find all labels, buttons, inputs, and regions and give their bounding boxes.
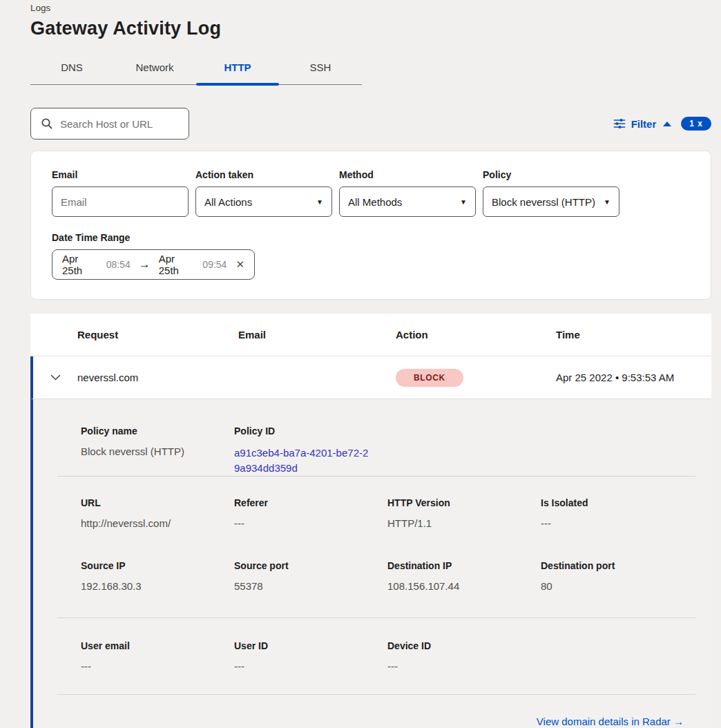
device-id-label: Device ID [387, 640, 541, 651]
policy-value: Block neverssl (HTTP) [492, 196, 595, 208]
method-value: All Methods [348, 196, 402, 208]
search-icon [41, 117, 53, 130]
col-header-time: Time [556, 329, 711, 341]
chevron-down-icon [50, 374, 61, 381]
date-time-range-field[interactable]: Apr 25th 08:54 → Apr 25th 09:54 ✕ [52, 249, 255, 280]
filter-fields-row: Email Action taken All Actions ▼ Method … [52, 169, 690, 217]
search-input[interactable] [60, 118, 180, 130]
http-version-label: HTTP Version [387, 497, 541, 508]
user-row-spacer [541, 640, 695, 672]
destination-port-group: Destination port 80 [541, 560, 695, 592]
email-filter-field[interactable] [52, 186, 189, 217]
tab-dns[interactable]: DNS [30, 55, 113, 84]
url-label: URL [81, 497, 234, 508]
clear-date-range-icon[interactable]: ✕ [235, 258, 244, 271]
row-request[interactable]: neverssl.com [77, 372, 238, 383]
policy-name-group: Policy name Block neverssl (HTTP) [81, 425, 234, 476]
date-time-range-label: Date Time Range [52, 232, 690, 243]
search-box[interactable] [30, 108, 189, 140]
end-date[interactable]: Apr 25th [159, 253, 197, 276]
user-id-label: User ID [234, 640, 387, 651]
filter-toggle[interactable]: Filter 1 x [613, 117, 711, 131]
user-email-group: User email --- [81, 640, 234, 672]
source-port-value: 55378 [234, 580, 387, 592]
policy-id-link[interactable]: a91c3eb4-ba7a-4201-be72-29a934dd359d [234, 446, 369, 476]
policy-id-label: Policy ID [234, 425, 695, 437]
col-header-action: Action [396, 329, 556, 341]
chevron-down-icon: ▼ [604, 198, 611, 206]
filter-count-badge[interactable]: 1 x [681, 117, 711, 131]
source-ip-value: 192.168.30.3 [81, 580, 234, 592]
action-taken-select[interactable]: All Actions ▼ [195, 186, 332, 217]
toolbar: Filter 1 x [30, 108, 711, 140]
source-ip-label: Source IP [81, 560, 234, 571]
page-title: Gateway Activity Log [30, 18, 721, 39]
col-header-request: Request [77, 329, 238, 341]
table-row[interactable]: neverssl.com BLOCK Apr 25 2022 • 9:53:53… [30, 356, 711, 399]
filter-panel: Email Action taken All Actions ▼ Method … [30, 151, 711, 300]
tab-http[interactable]: HTTP [196, 55, 279, 84]
policy-name-value: Block neverssl (HTTP) [81, 446, 234, 457]
row-details-panel: Policy name Block neverssl (HTTP) Policy… [30, 399, 711, 728]
device-id-value: --- [387, 660, 541, 672]
destination-port-label: Destination port [541, 560, 695, 571]
user-id-group: User ID --- [234, 640, 387, 672]
filter-method-group: Method All Methods ▼ [339, 169, 476, 217]
referer-value: --- [234, 517, 387, 529]
policy-id-group: Policy ID a91c3eb4-ba7a-4201-be72-29a934… [234, 425, 695, 476]
row-time: Apr 25 2022 • 9:53:53 AM [556, 372, 711, 383]
method-label: Method [339, 169, 476, 180]
action-taken-label: Action taken [195, 169, 332, 180]
policy-section: Policy name Block neverssl (HTTP) Policy… [81, 399, 695, 476]
chevron-down-icon: ▼ [460, 198, 467, 206]
filter-sliders-icon [613, 117, 626, 130]
radar-link-row: View domain details in Radar → [33, 695, 695, 728]
method-select[interactable]: All Methods ▼ [339, 186, 476, 217]
start-time[interactable]: 08:54 [106, 259, 131, 270]
policy-name-label: Policy name [81, 425, 234, 437]
user-email-label: User email [81, 640, 234, 651]
log-type-tabs: DNS Network HTTP SSH [30, 55, 362, 85]
user-detail-row: User email --- User ID --- Device ID --- [81, 640, 695, 672]
referer-group: Referer --- [234, 497, 387, 529]
breadcrumb[interactable]: Logs [30, 3, 721, 13]
user-email-value: --- [81, 660, 234, 672]
filter-label[interactable]: Filter [631, 118, 657, 130]
filter-email-group: Email [52, 169, 189, 217]
gateway-activity-log-page: Logs Gateway Activity Log DNS Network HT… [0, 3, 721, 728]
policy-select[interactable]: Block neverssl (HTTP) ▼ [483, 186, 619, 217]
row-action: BLOCK [396, 369, 556, 387]
ip-detail-row: Source IP 192.168.30.3 Source port 55378… [81, 560, 695, 592]
chevron-down-icon: ▼ [316, 198, 323, 206]
end-time[interactable]: 09:54 [202, 259, 227, 270]
destination-port-value: 80 [541, 580, 695, 592]
source-ip-group: Source IP 192.168.30.3 [81, 560, 234, 592]
tab-network[interactable]: Network [113, 55, 196, 84]
tab-ssh[interactable]: SSH [279, 55, 362, 84]
page-header: Logs Gateway Activity Log [30, 3, 721, 39]
source-port-group: Source port 55378 [234, 560, 387, 592]
email-filter-input[interactable] [61, 196, 180, 208]
http-version-group: HTTP Version HTTP/1.1 [387, 497, 541, 529]
row-expand-toggle[interactable] [50, 374, 77, 381]
start-date[interactable]: Apr 25th [62, 253, 100, 276]
user-id-value: --- [234, 660, 387, 672]
action-taken-value: All Actions [204, 196, 252, 208]
block-status-badge: BLOCK [396, 369, 463, 387]
caret-up-icon [663, 122, 671, 126]
policy-label: Policy [483, 169, 619, 180]
http-version-value: HTTP/1.1 [387, 517, 541, 529]
col-header-email: Email [238, 329, 396, 341]
destination-ip-label: Destination IP [387, 560, 541, 571]
source-port-label: Source port [234, 560, 387, 571]
is-isolated-group: Is Isolated --- [541, 497, 695, 529]
url-detail-row: URL http://neverssl.com/ Referer --- HTT… [81, 497, 695, 529]
connection-section: URL http://neverssl.com/ Referer --- HTT… [81, 477, 695, 592]
device-id-group: Device ID --- [387, 640, 541, 672]
view-in-radar-link[interactable]: View domain details in Radar → [537, 716, 684, 727]
email-filter-label: Email [52, 169, 189, 180]
destination-ip-group: Destination IP 108.156.107.44 [387, 560, 541, 592]
is-isolated-value: --- [541, 517, 695, 529]
filter-action-group: Action taken All Actions ▼ [195, 169, 332, 217]
url-group: URL http://neverssl.com/ [81, 497, 234, 529]
